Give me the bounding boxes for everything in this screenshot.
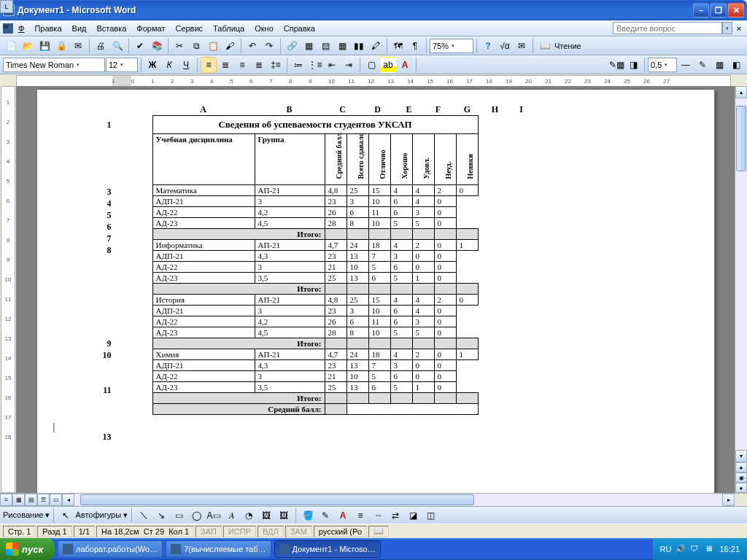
- close-button[interactable]: ✕: [728, 3, 744, 18]
- outside-border-button[interactable]: ▢: [363, 57, 379, 73]
- format-painter-button[interactable]: 🖌: [222, 38, 238, 54]
- outline-view-button[interactable]: ☰: [37, 494, 50, 506]
- textbox-tool[interactable]: A▭: [206, 508, 222, 524]
- tray-display-icon[interactable]: 🖥: [705, 544, 715, 554]
- picture-tool[interactable]: 🖼: [276, 508, 292, 524]
- columns-button[interactable]: ▮▮: [351, 38, 367, 54]
- scroll-thumb[interactable]: [736, 106, 746, 171]
- line-spacing-button[interactable]: ‡≡: [268, 57, 284, 73]
- increase-indent-button[interactable]: ⇥: [341, 57, 357, 73]
- shading-button[interactable]: ◧: [728, 57, 744, 73]
- border-button[interactable]: ▦: [711, 57, 727, 73]
- spell-check-button[interactable]: ✔: [132, 38, 148, 54]
- tray-clock[interactable]: 16:21: [719, 545, 740, 553]
- line-tool[interactable]: ＼: [136, 508, 152, 524]
- line-weight-combo[interactable]: 0,5▾: [648, 58, 677, 72]
- email-button[interactable]: ✉: [70, 38, 86, 54]
- tray-volume-icon[interactable]: 🔊: [676, 544, 686, 554]
- zoom-combo[interactable]: 75%▾: [430, 39, 473, 53]
- status-spellcheck-icon[interactable]: 📖: [368, 526, 389, 537]
- rectangle-tool[interactable]: ▭: [171, 508, 187, 524]
- reading-view-button[interactable]: ▭: [50, 494, 62, 506]
- font-size-combo[interactable]: 12▾: [106, 58, 138, 72]
- menu-edit[interactable]: Правка: [29, 23, 66, 34]
- align-center-button[interactable]: ≣: [217, 57, 233, 73]
- new-doc-button[interactable]: 📄: [3, 38, 19, 54]
- pen-color-button[interactable]: ✎: [694, 57, 711, 73]
- copy-button[interactable]: ⧉: [188, 38, 204, 54]
- next-page-button[interactable]: ●: [735, 483, 747, 493]
- draw-line-color-button[interactable]: ✎: [317, 508, 333, 524]
- font-name-combo[interactable]: Times New Roman▾: [3, 58, 105, 72]
- permission-button[interactable]: 🔒: [53, 38, 69, 54]
- italic-button[interactable]: К: [161, 57, 177, 73]
- envelope-button[interactable]: ✉: [514, 38, 530, 54]
- taskbar-item[interactable]: Документ1 - Microso…: [274, 540, 381, 558]
- status-ovr[interactable]: ЗАМ: [285, 526, 312, 537]
- reading-layout-button[interactable]: 📖 Чтение: [536, 38, 589, 54]
- menu-table[interactable]: Таблица: [208, 23, 249, 34]
- open-button[interactable]: 📂: [20, 38, 36, 54]
- save-button[interactable]: 💾: [36, 38, 53, 54]
- drawing-button[interactable]: 🖍: [368, 38, 384, 54]
- minimize-button[interactable]: –: [693, 3, 709, 18]
- shadow-button[interactable]: ◪: [405, 508, 421, 524]
- draw-table-button[interactable]: ✎▦: [608, 57, 624, 73]
- wordart-tool[interactable]: 𝐴: [223, 508, 239, 524]
- bulleted-list-button[interactable]: ⋮≡: [307, 57, 323, 73]
- menu-tools[interactable]: Сервис: [170, 23, 208, 34]
- clipart-tool[interactable]: 🖼: [258, 508, 274, 524]
- browse-object-button[interactable]: ◉: [735, 472, 747, 483]
- help-button[interactable]: ?: [480, 38, 496, 54]
- prev-page-button[interactable]: ●: [735, 462, 747, 472]
- scroll-up-button[interactable]: ▴: [735, 86, 747, 98]
- align-right-button[interactable]: ≡: [234, 57, 250, 73]
- menu-format[interactable]: Формат: [131, 23, 170, 34]
- hscroll-thumb[interactable]: [80, 494, 474, 505]
- show-marks-button[interactable]: ¶: [407, 38, 423, 54]
- eraser-button[interactable]: ◨: [625, 57, 641, 73]
- excel-button[interactable]: ▦: [334, 38, 350, 54]
- menu-window[interactable]: Окно: [249, 23, 279, 34]
- tables-borders-button[interactable]: ▦: [301, 38, 317, 54]
- maximize-button[interactable]: ❐: [711, 3, 727, 18]
- normal-view-button[interactable]: ≡: [0, 494, 12, 506]
- tab-selector[interactable]: L: [0, 0, 13, 13]
- drawing-menu[interactable]: Рисование ▾: [3, 510, 50, 520]
- fill-color-button[interactable]: 🪣: [300, 508, 316, 524]
- autoshapes-menu[interactable]: Автофигуры ▾: [75, 510, 128, 520]
- menu-file[interactable]: Ф: [13, 23, 29, 34]
- vertical-ruler[interactable]: 123456789101112131415161718: [1, 86, 15, 493]
- decrease-indent-button[interactable]: ⇤: [324, 57, 340, 73]
- menu-view[interactable]: Вид: [67, 23, 92, 34]
- doc-close-button[interactable]: ×: [734, 22, 744, 34]
- paste-button[interactable]: 📋: [205, 38, 221, 54]
- tray-lang[interactable]: RU: [660, 545, 672, 553]
- highlight-button[interactable]: ab: [380, 57, 396, 73]
- doc-map-button[interactable]: 🗺: [390, 38, 406, 54]
- research-button[interactable]: 📚: [149, 38, 165, 54]
- 3d-button[interactable]: ◫: [422, 508, 438, 524]
- draw-line-style-button[interactable]: ≡: [352, 508, 368, 524]
- diagram-tool[interactable]: ◔: [241, 508, 257, 524]
- scroll-left-button[interactable]: ◂: [62, 494, 74, 506]
- status-lang[interactable]: русский (Ро: [314, 526, 367, 537]
- bold-button[interactable]: Ж: [144, 57, 160, 73]
- hyperlink-button[interactable]: 🔗: [284, 38, 300, 54]
- redo-button[interactable]: ↷: [261, 38, 277, 54]
- undo-button[interactable]: ↶: [244, 38, 260, 54]
- dash-style-button[interactable]: ┄: [370, 508, 386, 524]
- status-rec[interactable]: ЗАП: [196, 526, 222, 537]
- scroll-down-button[interactable]: ▾: [735, 450, 747, 462]
- font-color-button[interactable]: A: [397, 57, 413, 73]
- equation-button[interactable]: √α: [497, 38, 513, 54]
- underline-button[interactable]: Ч: [178, 57, 194, 73]
- line-style-button[interactable]: —: [678, 57, 694, 73]
- draw-font-color-button[interactable]: A: [335, 508, 351, 524]
- select-objects-button[interactable]: ↖: [58, 508, 74, 524]
- hscroll-track[interactable]: [74, 494, 722, 506]
- status-trk[interactable]: ИСПР: [223, 526, 256, 537]
- justify-button[interactable]: ≣: [251, 57, 267, 73]
- cut-button[interactable]: ✂: [171, 38, 187, 54]
- vertical-scrollbar[interactable]: ▴ ▾ ● ◉ ●: [735, 86, 747, 493]
